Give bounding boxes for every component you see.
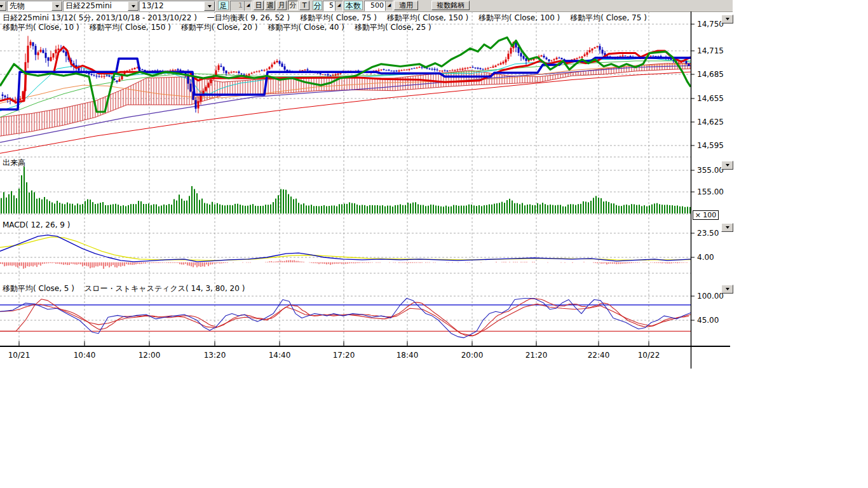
svg-text:13:20: 13:20	[204, 351, 226, 360]
main-chart-legend-line2: 移動平均( Close, 10 ) 移動平均( Close, 150 ) 移動平…	[3, 22, 431, 33]
svg-text:4.00: 4.00	[697, 253, 714, 262]
svg-text:22:40: 22:40	[588, 351, 610, 360]
macd-pane-menu-button[interactable]	[721, 223, 733, 232]
svg-text:14,595: 14,595	[697, 141, 724, 150]
svg-text:10/21: 10/21	[8, 351, 31, 360]
svg-text:14,685: 14,685	[697, 70, 724, 79]
volume-pane-menu-button[interactable]	[721, 161, 733, 170]
volume-bars	[1, 166, 691, 214]
legend-ma75b: 移動平均( Close, 75 )	[570, 13, 647, 24]
legend-ma100: 移動平均( Close, 100 )	[478, 13, 560, 24]
svg-text:14,655: 14,655	[697, 94, 724, 103]
svg-text:12:00: 12:00	[139, 351, 161, 360]
chevron-down-icon	[726, 18, 729, 22]
macd-pane-label: MACD( 12, 26, 9 )	[3, 220, 70, 229]
svg-text:18:40: 18:40	[397, 351, 419, 360]
stochastics	[0, 299, 691, 338]
volume-pane-label: 出来高	[3, 158, 25, 168]
legend-ma150b: 移動平均( Close, 150 )	[90, 22, 171, 33]
chevron-down-icon	[726, 164, 729, 168]
legend-ma40: 移動平均( Close, 40 )	[268, 22, 344, 33]
svg-text:10:40: 10:40	[74, 351, 96, 360]
legend-ma25: 移動平均( Close, 25 )	[355, 22, 431, 33]
svg-text:100.00: 100.00	[697, 292, 724, 301]
svg-text:21:20: 21:20	[526, 351, 548, 360]
stochastic-pane-labels: 移動平均( Close, 5 ) スロー・ストキャスティクス( 14, 3, 8…	[3, 283, 245, 294]
chart-canvas[interactable]: 14,75014,71514,68514,65514,62514,595355.…	[0, 0, 868, 488]
svg-text:14,715: 14,715	[697, 46, 724, 55]
svg-text:155.00: 155.00	[697, 187, 724, 196]
svg-text:23.50: 23.50	[697, 229, 719, 238]
trading-app-window: 14,75014,71514,68514,65514,62514,595355.…	[0, 0, 868, 488]
stoch-ma5-label: 移動平均( Close, 5 )	[3, 283, 74, 294]
legend-ma20: 移動平均( Close, 20 )	[181, 22, 258, 33]
price-pane-menu-button[interactable]	[721, 15, 733, 24]
svg-text:355.00: 355.00	[697, 166, 724, 175]
volume-multiplier-badge: × 100	[693, 210, 719, 220]
svg-text:20:00: 20:00	[461, 351, 484, 360]
svg-text:10/22: 10/22	[638, 351, 660, 360]
stoch-params-label: スロー・ストキャスティクス( 14, 3, 80, 20 )	[85, 283, 245, 294]
legend-ma10: 移動平均( Close, 10 )	[3, 22, 79, 33]
chevron-down-icon	[726, 226, 729, 231]
chevron-down-icon	[726, 288, 729, 292]
macd	[0, 235, 691, 269]
stoch-pane-menu-button[interactable]	[721, 285, 733, 294]
svg-text:14,625: 14,625	[697, 118, 724, 126]
svg-text:45.00: 45.00	[697, 316, 719, 325]
svg-text:17:20: 17:20	[333, 351, 355, 360]
svg-text:14:40: 14:40	[269, 351, 291, 360]
svg-text:14,750: 14,750	[697, 20, 724, 29]
